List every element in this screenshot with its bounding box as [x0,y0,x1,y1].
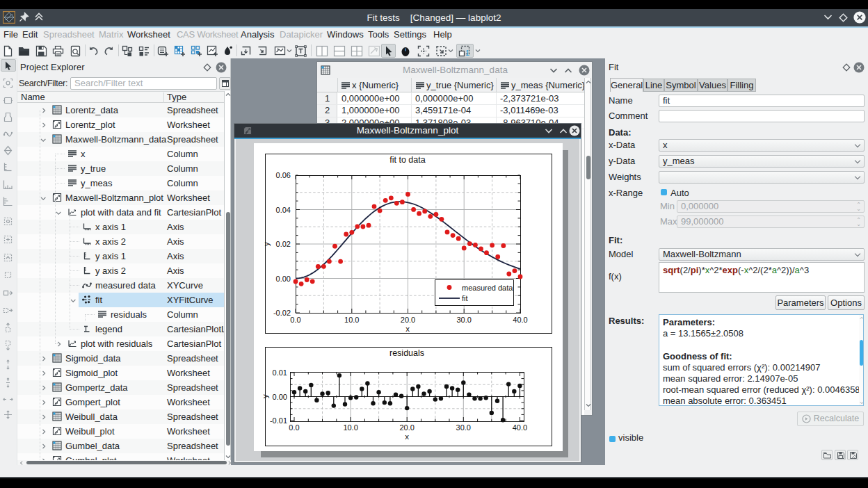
svg-text:-0.01: -0.01 [270,416,287,425]
svg-text:0.04: 0.04 [276,206,291,214]
svg-text:0.00: 0.00 [276,275,291,283]
svg-text:10.0: 10.0 [343,423,357,432]
svg-text:0.06: 0.06 [276,171,291,179]
svg-text:fit to data: fit to data [389,155,425,165]
svg-text:20.0: 20.0 [399,423,414,432]
svg-text:40.0: 40.0 [513,423,527,432]
svg-text:40.0: 40.0 [513,316,527,324]
svg-text:residuals: residuals [389,348,424,358]
svg-text:10.0: 10.0 [344,316,359,324]
svg-text:0.01: 0.01 [273,368,287,377]
svg-text:x: x [405,432,409,441]
svg-text:y: y [262,242,271,246]
svg-text:30.0: 30.0 [456,423,471,432]
svg-text:0.0: 0.0 [289,423,299,432]
svg-text:1: 1 [465,49,469,57]
svg-text:0.0: 0.0 [290,316,300,324]
svg-text:0.00: 0.00 [273,393,287,401]
svg-text:x: x [405,325,410,333]
svg-text:y: y [261,394,269,398]
svg-text:0.02: 0.02 [276,240,291,248]
svg-text:20.0: 20.0 [401,316,415,324]
svg-text:-0.02: -0.02 [273,309,291,317]
svg-text:measured data: measured data [462,284,513,292]
svg-text:fit: fit [462,294,468,302]
svg-text:30.0: 30.0 [456,316,471,324]
